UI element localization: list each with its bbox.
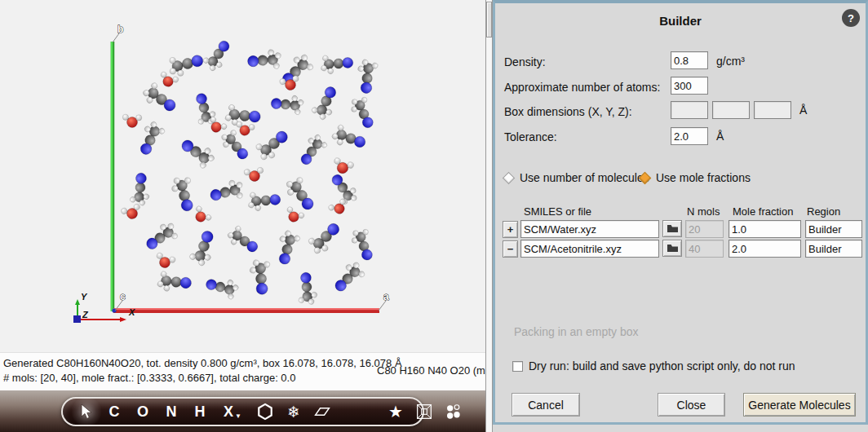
select-tool-button[interactable]	[78, 399, 94, 424]
dry-run-label: Dry run: build and save python script on…	[529, 359, 795, 372]
cancel-button[interactable]: Cancel	[512, 393, 580, 417]
radio-mole-fractions[interactable]: Use mole fractions	[640, 171, 751, 184]
element-x-label: X	[224, 403, 233, 421]
atom-count-label: Approximate number of atoms:	[504, 81, 660, 94]
molecule-viewer-region: b c a Y X Z Generated C80H160N40O20, tot…	[0, 0, 485, 432]
cursor-icon	[79, 403, 92, 420]
axis-triad: Y X Z	[73, 292, 135, 323]
atoms-dots-icon	[445, 402, 461, 421]
radio-label: Use number of molecules	[520, 171, 649, 184]
folder-icon	[666, 244, 679, 253]
col-header-region: Region	[807, 205, 840, 218]
tolerance-input[interactable]	[671, 127, 708, 145]
viewer-status-bar: Generated C80H160N40O20, tot. density 0.…	[0, 352, 485, 390]
oxygen-tool-button[interactable]: O	[135, 399, 151, 424]
folder-icon	[666, 224, 679, 233]
region-input-row1[interactable]	[805, 220, 862, 238]
cell-tool-button[interactable]	[416, 399, 432, 424]
z-axis-dot	[73, 315, 81, 323]
box-unit: Å	[799, 104, 807, 117]
file-input-row2[interactable]	[520, 240, 659, 258]
atom-count-input[interactable]	[671, 77, 708, 95]
remove-row-button[interactable]: −	[503, 240, 518, 258]
box-dimensions-label: Box dimensions (X, Y, Z):	[504, 105, 632, 118]
nmols-input-row1	[685, 220, 724, 238]
molecules-tool-button[interactable]	[445, 399, 461, 424]
box-y-input[interactable]	[712, 101, 750, 119]
box-z-input[interactable]	[754, 101, 791, 119]
radio-diamond-icon	[503, 171, 516, 184]
region-input-row2[interactable]	[805, 240, 862, 258]
dry-run-checkbox-row[interactable]: Dry run: build and save python script on…	[512, 359, 795, 372]
plane-tool-button[interactable]	[314, 399, 330, 424]
axis-label-x: X	[128, 307, 135, 317]
axis-label-y: Y	[81, 292, 88, 302]
packing-status-text: Packing in an empty box	[514, 325, 639, 338]
radio-number-of-molecules[interactable]: Use number of molecules	[504, 171, 649, 184]
cell-label-b: b	[117, 24, 123, 35]
sash-handle[interactable]	[486, 2, 492, 37]
col-header-file: SMILES or file	[524, 205, 591, 218]
axis-label-z: Z	[82, 310, 89, 320]
carbon-tool-button[interactable]: C	[106, 399, 122, 424]
density-input[interactable]	[671, 51, 708, 69]
cell-a-axis-highlight	[113, 308, 379, 310]
dry-run-checkbox[interactable]	[512, 361, 523, 372]
ring-tool-button[interactable]	[257, 399, 273, 424]
cell-label-c: c	[120, 291, 126, 302]
builder-panel: Builder ? Density: g/cm³ Approximate num…	[493, 0, 868, 432]
col-header-nmols: N mols	[687, 205, 720, 218]
nitrogen-tool-button[interactable]: N	[163, 399, 179, 424]
drawing-toolbar: C O N H X ▼ ❄ ★	[61, 397, 424, 426]
chevron-down-icon: ▼	[235, 412, 241, 420]
tolerance-label: Tolerance:	[504, 130, 557, 143]
browse-file-button-row2[interactable]	[662, 240, 682, 257]
element-picker-button[interactable]: X ▼	[220, 399, 245, 424]
molecule-layer	[121, 39, 384, 307]
toolbar-band: C O N H X ▼ ❄ ★	[0, 390, 485, 432]
pane-sash[interactable]	[485, 0, 493, 432]
file-input-row1[interactable]	[520, 220, 659, 238]
molefraction-input-row2[interactable]	[728, 240, 801, 258]
col-header-molefraction: Mole fraction	[733, 205, 793, 218]
tolerance-unit: Å	[716, 130, 724, 143]
hexagon-icon	[257, 402, 273, 421]
favorites-tool-button[interactable]: ★	[388, 399, 404, 424]
box-x-input[interactable]	[671, 101, 708, 119]
generate-molecules-button[interactable]: Generate Molecules	[743, 393, 856, 417]
status-mols-text: # mols: [20, 40], mole fract.: [0.3333, …	[3, 372, 295, 384]
molefraction-input-row1[interactable]	[728, 220, 801, 238]
parallelogram-icon	[314, 403, 330, 421]
molecule-viewport[interactable]: b c a Y X Z	[0, 0, 485, 352]
nmols-input-row2	[685, 240, 724, 258]
browse-file-button-row1[interactable]	[662, 220, 682, 237]
radio-label: Use mole fractions	[656, 171, 751, 184]
panel-title: Builder	[493, 14, 868, 28]
add-row-button[interactable]: +	[503, 221, 518, 238]
app-window: b c a Y X Z Generated C80H160N40O20, tot…	[0, 0, 868, 432]
radio-diamond-icon	[639, 171, 652, 184]
status-formula-text: C80 H160 N40 O20 (m	[377, 364, 485, 377]
hydrogen-tool-button[interactable]: H	[192, 399, 208, 424]
status-generated-text: Generated C80H160N40O20, tot. density 0.…	[3, 357, 402, 369]
density-label: Density:	[504, 55, 546, 68]
cell-label-a: a	[383, 291, 389, 302]
density-unit: g/cm³	[716, 55, 745, 68]
unit-cell-icon	[416, 402, 432, 421]
optimizer-tool-button[interactable]: ❄	[286, 399, 302, 424]
close-button[interactable]: Close	[658, 393, 725, 417]
help-button[interactable]: ?	[842, 9, 860, 27]
